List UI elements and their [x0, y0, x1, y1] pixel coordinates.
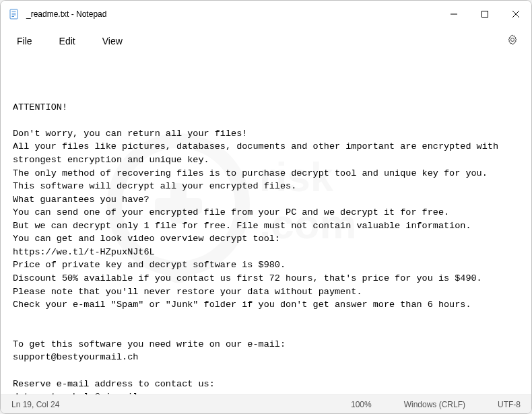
zoom-level[interactable]: 100% — [351, 400, 372, 409]
gear-icon — [507, 34, 518, 45]
menu-view[interactable]: View — [98, 33, 127, 49]
cursor-position: Ln 19, Col 24 — [11, 400, 59, 409]
notepad-icon — [9, 9, 20, 20]
close-button[interactable] — [500, 1, 531, 28]
encoding: UTF-8 — [498, 400, 521, 409]
statusbar: Ln 19, Col 24 100% Windows (CRLF) UTF-8 — [1, 394, 531, 413]
svg-rect-0 — [10, 9, 18, 19]
window-title: _readme.txt - Notepad — [26, 9, 438, 19]
minimize-icon — [451, 11, 457, 18]
svg-rect-6 — [482, 11, 488, 18]
settings-button[interactable] — [500, 32, 525, 50]
menu-edit[interactable]: Edit — [55, 33, 79, 49]
line-ending: Windows (CRLF) — [404, 400, 465, 409]
window-controls — [438, 1, 531, 28]
titlebar: _readme.txt - Notepad — [1, 1, 531, 28]
menus: File Edit View — [7, 33, 127, 49]
text-area[interactable]: risk .com ATTENTION! Don't worry, you ca… — [1, 55, 531, 394]
close-icon — [512, 11, 519, 18]
minimize-button[interactable] — [438, 1, 469, 28]
menu-file[interactable]: File — [13, 33, 36, 49]
maximize-icon — [481, 11, 488, 18]
menubar: File Edit View — [1, 28, 531, 55]
maximize-button[interactable] — [469, 1, 500, 28]
document-text: ATTENTION! Don't worry, you can return a… — [13, 101, 519, 394]
notepad-window: _readme.txt - Notepad File Edit View — [0, 0, 532, 414]
